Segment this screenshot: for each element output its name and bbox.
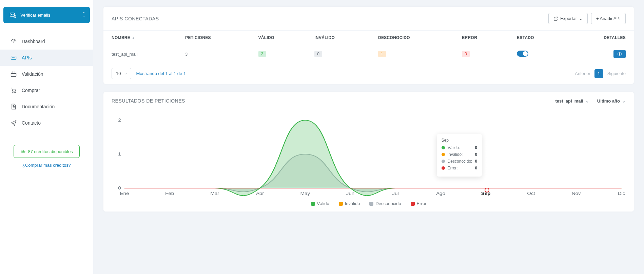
legend-label: Inválido bbox=[345, 201, 360, 206]
cell-error: 0 bbox=[454, 45, 509, 63]
page-number[interactable]: 1 bbox=[594, 69, 603, 78]
chart-hover-line bbox=[486, 117, 486, 191]
table-row: test_api_mail 3 2 0 1 0 bbox=[103, 45, 634, 63]
verify-emails-button[interactable]: Verificar emails ⌃⌄ bbox=[3, 7, 90, 23]
mail-check-icon bbox=[9, 12, 16, 18]
page-size-select[interactable]: 10 bbox=[112, 68, 131, 79]
add-api-button[interactable]: + Añadir API bbox=[591, 13, 626, 24]
export-icon bbox=[553, 16, 558, 21]
sidebar-item-docs[interactable]: Documentación bbox=[0, 98, 93, 115]
results-card: RESULTADOS DE PETICIONES test_api_mail ⌄… bbox=[103, 92, 634, 212]
svg-point-8 bbox=[23, 151, 25, 152]
verify-emails-label: Verificar emails bbox=[20, 13, 50, 18]
sidebar-item-apis[interactable]: APIs bbox=[0, 50, 93, 66]
col-invalid[interactable]: INVÁLIDO bbox=[306, 31, 370, 45]
cell-state bbox=[509, 45, 567, 63]
cell-unknown: 1 bbox=[370, 45, 454, 63]
chart-svg[interactable]: 012EneFebMarAbrMayJunJulAgoSepOctNovDic bbox=[112, 117, 626, 198]
legend-valid[interactable]: Válido bbox=[311, 201, 329, 206]
calendar-icon bbox=[10, 71, 17, 77]
svg-text:Oct: Oct bbox=[527, 191, 535, 196]
sidebar: Verificar emails ⌃⌄ Dashboard APIs Valid… bbox=[0, 0, 93, 274]
svg-text:Mar: Mar bbox=[210, 191, 219, 196]
svg-text:Ene: Ene bbox=[120, 191, 129, 196]
svg-text:Ago: Ago bbox=[436, 191, 445, 196]
svg-text:Nov: Nov bbox=[572, 191, 581, 196]
sidebar-item-label: Documentación bbox=[22, 104, 55, 109]
col-name[interactable]: NOMBRE▲ bbox=[103, 31, 177, 45]
svg-text:2: 2 bbox=[118, 118, 121, 122]
api-icon bbox=[10, 54, 17, 61]
error-pill: 0 bbox=[462, 51, 470, 57]
chart-tooltip: Sep Válido:0Inválido:0Desconocido:0Error… bbox=[437, 134, 482, 177]
filter-api-select[interactable]: test_api_mail ⌄ bbox=[555, 98, 589, 104]
chart-body: 012EneFebMarAbrMayJunJulAgoSepOctNovDic … bbox=[103, 110, 634, 212]
prev-page[interactable]: Anterior bbox=[575, 71, 590, 76]
svg-point-9 bbox=[619, 53, 620, 55]
document-icon bbox=[10, 103, 17, 110]
svg-text:Jul: Jul bbox=[392, 191, 399, 196]
svg-point-6 bbox=[15, 92, 16, 93]
main-content: APIS CONECTADAS Exportar ⌄ + Añadir API … bbox=[93, 0, 644, 274]
sidebar-item-dashboard[interactable]: Dashboard bbox=[0, 33, 93, 50]
apis-card-title: APIS CONECTADAS bbox=[112, 16, 159, 21]
view-details-button[interactable] bbox=[613, 50, 626, 58]
col-valid[interactable]: VÁLIDO bbox=[250, 31, 307, 45]
unknown-pill: 1 bbox=[378, 51, 386, 57]
col-requests[interactable]: PETICIONES bbox=[177, 31, 250, 45]
send-icon bbox=[10, 120, 17, 126]
col-state[interactable]: ESTADO bbox=[509, 31, 567, 45]
chevron-updown-icon: ⌃⌄ bbox=[82, 12, 85, 18]
legend-label: Desconocido bbox=[375, 201, 401, 206]
apis-card-header: APIS CONECTADAS Exportar ⌄ + Añadir API bbox=[103, 7, 634, 31]
gauge-icon bbox=[10, 38, 17, 45]
buy-more-link[interactable]: ¿Comprar más créditos? bbox=[0, 163, 93, 168]
cart-icon bbox=[10, 87, 17, 94]
filter-range-select[interactable]: Ultimo año ⌄ bbox=[597, 98, 626, 104]
sidebar-item-contact[interactable]: Contacto bbox=[0, 115, 93, 131]
svg-text:May: May bbox=[300, 191, 310, 196]
svg-point-5 bbox=[12, 92, 13, 93]
export-label: Exportar bbox=[560, 16, 577, 21]
legend-error[interactable]: Error bbox=[411, 201, 427, 206]
col-error[interactable]: ERROR bbox=[454, 31, 509, 45]
results-card-title: RESULTADOS DE PETICIONES bbox=[112, 98, 185, 104]
filter-range-label: Ultimo año bbox=[597, 98, 620, 104]
state-toggle[interactable] bbox=[517, 51, 528, 57]
apis-card-actions: Exportar ⌄ + Añadir API bbox=[548, 13, 626, 24]
valid-pill: 2 bbox=[258, 51, 266, 57]
legend-label: Error bbox=[417, 201, 427, 206]
sidebar-item-validation[interactable]: Validación bbox=[0, 66, 93, 82]
sort-asc-icon: ▲ bbox=[132, 36, 135, 40]
col-details[interactable]: DETALLES bbox=[567, 31, 634, 45]
legend-invalid[interactable]: Inválido bbox=[339, 201, 360, 206]
svg-text:1: 1 bbox=[118, 152, 121, 156]
svg-text:0: 0 bbox=[118, 186, 121, 190]
chevron-down-icon: ⌄ bbox=[622, 98, 626, 104]
legend-dot bbox=[411, 202, 415, 206]
export-button[interactable]: Exportar ⌄ bbox=[548, 13, 588, 24]
cell-valid: 2 bbox=[250, 45, 307, 63]
svg-rect-4 bbox=[11, 72, 16, 76]
sidebar-item-label: Contacto bbox=[22, 120, 41, 126]
sidebar-item-buy[interactable]: Comprar bbox=[0, 82, 93, 98]
legend-dot bbox=[339, 202, 343, 206]
credits-badge[interactable]: 87 créditos disponibles bbox=[14, 145, 80, 158]
invalid-pill: 0 bbox=[314, 51, 322, 57]
legend-unknown[interactable]: Desconocido bbox=[369, 201, 401, 206]
divider bbox=[3, 138, 90, 138]
svg-text:Feb: Feb bbox=[165, 191, 174, 196]
col-unknown[interactable]: DESCONOCIDO bbox=[370, 31, 454, 45]
showing-text: Mostrando del 1 al 1 de 1 bbox=[136, 71, 186, 76]
svg-point-2 bbox=[13, 41, 14, 42]
next-page[interactable]: Siguiente bbox=[607, 71, 626, 76]
cell-invalid: 0 bbox=[306, 45, 370, 63]
results-card-header: RESULTADOS DE PETICIONES test_api_mail ⌄… bbox=[103, 92, 634, 110]
pagination: Anterior 1 Siguiente bbox=[575, 69, 626, 78]
sidebar-item-label: APIs bbox=[22, 55, 32, 60]
filter-api-label: test_api_mail bbox=[555, 98, 583, 104]
cell-details bbox=[567, 45, 634, 63]
sidebar-item-label: Dashboard bbox=[22, 39, 45, 44]
chevron-down-icon: ⌄ bbox=[579, 16, 583, 21]
chart-filters: test_api_mail ⌄ Ultimo año ⌄ bbox=[555, 98, 626, 104]
